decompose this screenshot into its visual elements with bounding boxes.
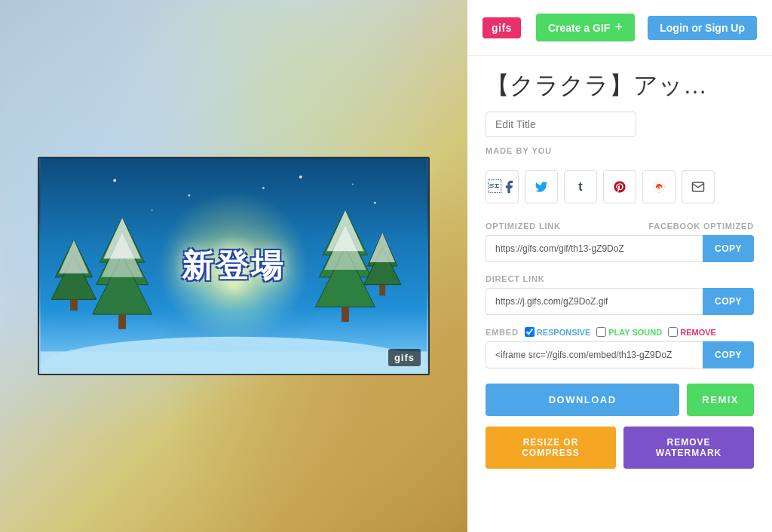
svg-rect-23 [379,285,385,296]
svg-point-27 [374,202,376,204]
social-share-bar:  t [486,170,754,203]
download-button[interactable]: DOWNLOAD [486,384,679,416]
embed-play-sound-checkbox[interactable] [596,327,606,337]
gif-preview: 新登場 gifs [38,157,430,375]
copy-embed-button[interactable]: COPY [703,341,754,368]
copy-optimized-button[interactable]: COPY [703,235,754,262]
edit-title-input[interactable] [486,112,636,137]
header: gifs Create a GIF + Login or Sign Up [467,0,772,56]
direct-link-input[interactable] [486,288,703,315]
embed-section: EMBED RESPONSIVE PLAY SOUND REMOVE COPY [486,327,754,368]
direct-link-section: DIRECT LINK COPY [486,274,754,315]
embed-label-row: EMBED RESPONSIVE PLAY SOUND REMOVE [486,327,754,337]
direct-link-input-row: COPY [486,288,754,315]
embed-code-input[interactable] [486,341,703,368]
svg-rect-19 [342,307,349,322]
svg-rect-3 [41,351,427,374]
twitter-share-button[interactable] [525,170,558,203]
copy-direct-button[interactable]: COPY [703,288,754,315]
logo: gifs [482,17,521,38]
reddit-share-button[interactable] [642,170,676,203]
embed-remove-option[interactable]: REMOVE [668,327,716,337]
svg-point-29 [262,187,265,189]
facebook-optimized-label: FACEBOOK OPTIMIZED [648,222,754,231]
left-panel: 新登場 gifs [0,0,467,532]
embed-remove-checkbox[interactable] [668,327,678,337]
gif-title: 【クラクラ】アッ… [486,71,754,99]
made-by-label: MADE BY YOU [486,146,754,155]
svg-rect-13 [70,299,78,310]
embed-responsive-checkbox[interactable] [525,327,535,337]
facebook-icon:  [488,179,501,195]
gif-watermark: gifs [388,349,421,366]
svg-point-28 [152,209,153,211]
optimized-link-input-row: COPY [486,235,754,262]
create-gif-button[interactable]: Create a GIF + [536,14,635,41]
svg-point-24 [113,179,116,182]
embed-responsive-option[interactable]: RESPONSIVE [525,327,591,337]
svg-point-26 [299,176,302,179]
embed-responsive-label: RESPONSIVE [537,328,591,337]
tumblr-share-button[interactable]: t [564,170,597,203]
plus-icon: + [614,20,623,35]
resize-button[interactable]: RESIZE OR COMPRESS [486,427,616,469]
twitter-icon [535,180,548,194]
embed-play-sound-label: PLAY SOUND [608,328,662,337]
pinterest-icon [613,180,626,194]
email-icon [691,180,705,194]
right-panel: gifs Create a GIF + Login or Sign Up 【クラ… [467,0,772,532]
embed-label: EMBED [486,328,519,337]
optimized-link-section: OPTIMIZED LINK FACEBOOK OPTIMIZED COPY [486,222,754,262]
create-gif-label: Create a GIF [548,22,610,34]
download-remix-row: DOWNLOAD REMIX [486,384,754,416]
svg-rect-9 [118,314,126,329]
direct-link-label: DIRECT LINK [486,274,544,283]
svg-point-30 [352,184,354,185]
embed-play-sound-option[interactable]: PLAY SOUND [596,327,662,337]
resize-watermark-row: RESIZE OR COMPRESS REMOVE WATERMARK [486,427,754,469]
gif-scene-text: 新登場 [182,245,286,287]
remix-button[interactable]: REMIX [687,384,754,416]
reddit-icon [652,180,666,194]
optimized-link-input[interactable] [486,235,703,262]
embed-input-row: COPY [486,341,754,368]
optimized-link-label: OPTIMIZED LINK [486,222,561,231]
optimized-link-label-row: OPTIMIZED LINK FACEBOOK OPTIMIZED [486,222,754,231]
facebook-share-button[interactable]:  [486,170,519,203]
login-button[interactable]: Login or Sign Up [648,16,757,40]
tumblr-icon: t [578,180,582,194]
direct-link-label-row: DIRECT LINK [486,274,754,283]
remove-watermark-button[interactable]: REMOVE WATERMARK [623,427,754,469]
email-share-button[interactable] [682,170,715,203]
pinterest-share-button[interactable] [603,170,636,203]
embed-remove-label: REMOVE [680,328,716,337]
content-area: 【クラクラ】アッ… MADE BY YOU  t [467,56,772,532]
